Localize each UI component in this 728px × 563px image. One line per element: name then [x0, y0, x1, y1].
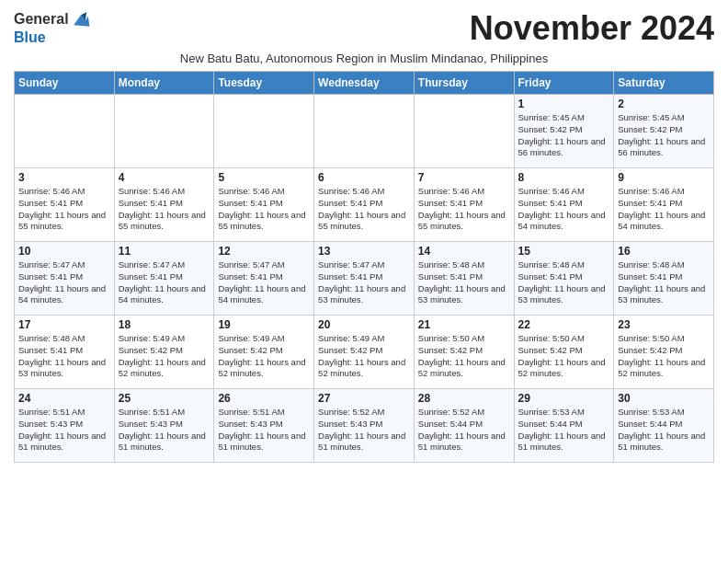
day-number: 11 — [119, 245, 210, 258]
day-number: 20 — [318, 318, 410, 331]
header-cell-sunday: Sunday — [15, 72, 115, 95]
day-cell: 11Sunrise: 5:47 AM Sunset: 5:41 PM Dayli… — [114, 242, 214, 316]
header-cell-saturday: Saturday — [614, 72, 714, 95]
week-row-5: 24Sunrise: 5:51 AM Sunset: 5:43 PM Dayli… — [15, 389, 714, 463]
day-number: 7 — [418, 171, 510, 184]
day-cell — [214, 95, 314, 168]
day-cell: 14Sunrise: 5:48 AM Sunset: 5:41 PM Dayli… — [414, 242, 514, 316]
day-number: 13 — [318, 245, 410, 258]
day-info: Sunrise: 5:50 AM Sunset: 5:42 PM Dayligh… — [618, 333, 710, 380]
day-number: 14 — [418, 245, 510, 258]
day-info: Sunrise: 5:51 AM Sunset: 5:43 PM Dayligh… — [218, 407, 310, 454]
day-cell: 2Sunrise: 5:45 AM Sunset: 5:42 PM Daylig… — [614, 95, 714, 168]
day-cell: 27Sunrise: 5:52 AM Sunset: 5:43 PM Dayli… — [314, 389, 415, 463]
day-number: 24 — [18, 392, 110, 405]
day-cell: 15Sunrise: 5:48 AM Sunset: 5:41 PM Dayli… — [514, 242, 614, 316]
week-row-1: 1Sunrise: 5:45 AM Sunset: 5:42 PM Daylig… — [15, 95, 714, 168]
calendar-header: SundayMondayTuesdayWednesdayThursdayFrid… — [15, 72, 714, 95]
day-cell: 21Sunrise: 5:50 AM Sunset: 5:42 PM Dayli… — [414, 316, 514, 389]
day-number: 2 — [618, 98, 710, 110]
day-cell: 1Sunrise: 5:45 AM Sunset: 5:42 PM Daylig… — [514, 95, 614, 168]
day-info: Sunrise: 5:49 AM Sunset: 5:42 PM Dayligh… — [218, 333, 310, 380]
day-cell: 9Sunrise: 5:46 AM Sunset: 5:41 PM Daylig… — [614, 168, 714, 242]
day-number: 5 — [218, 171, 310, 184]
day-number: 19 — [218, 318, 310, 331]
day-cell: 29Sunrise: 5:53 AM Sunset: 5:44 PM Dayli… — [514, 389, 614, 463]
day-cell: 20Sunrise: 5:49 AM Sunset: 5:42 PM Dayli… — [314, 316, 415, 389]
day-number: 22 — [518, 318, 610, 331]
day-cell — [414, 95, 514, 168]
page-header: General Blue November 2024 — [14, 9, 714, 48]
day-cell: 22Sunrise: 5:50 AM Sunset: 5:42 PM Dayli… — [514, 316, 614, 389]
day-info: Sunrise: 5:46 AM Sunset: 5:41 PM Dayligh… — [119, 186, 210, 233]
week-row-3: 10Sunrise: 5:47 AM Sunset: 5:41 PM Dayli… — [15, 242, 714, 316]
subtitle: New Batu Batu, Autonomous Region in Musl… — [14, 52, 714, 65]
day-number: 21 — [418, 318, 510, 331]
svg-marker-0 — [74, 15, 89, 27]
header-cell-monday: Monday — [114, 72, 214, 95]
day-cell: 4Sunrise: 5:46 AM Sunset: 5:41 PM Daylig… — [114, 168, 214, 242]
day-cell — [114, 95, 214, 168]
day-info: Sunrise: 5:47 AM Sunset: 5:41 PM Dayligh… — [18, 259, 110, 306]
week-row-2: 3Sunrise: 5:46 AM Sunset: 5:41 PM Daylig… — [15, 168, 714, 242]
header-cell-tuesday: Tuesday — [214, 72, 314, 95]
day-info: Sunrise: 5:48 AM Sunset: 5:41 PM Dayligh… — [418, 259, 510, 306]
day-cell: 7Sunrise: 5:46 AM Sunset: 5:41 PM Daylig… — [414, 168, 514, 242]
day-info: Sunrise: 5:49 AM Sunset: 5:42 PM Dayligh… — [119, 333, 210, 380]
day-cell: 13Sunrise: 5:47 AM Sunset: 5:41 PM Dayli… — [314, 242, 415, 316]
day-info: Sunrise: 5:46 AM Sunset: 5:41 PM Dayligh… — [18, 186, 110, 233]
day-number: 8 — [518, 171, 610, 184]
day-cell: 12Sunrise: 5:47 AM Sunset: 5:41 PM Dayli… — [214, 242, 314, 316]
calendar-table: SundayMondayTuesdayWednesdayThursdayFrid… — [14, 71, 714, 463]
day-info: Sunrise: 5:51 AM Sunset: 5:43 PM Dayligh… — [18, 407, 110, 454]
day-number: 16 — [618, 245, 710, 258]
logo-general: General — [14, 11, 69, 28]
day-info: Sunrise: 5:46 AM Sunset: 5:41 PM Dayligh… — [618, 186, 710, 233]
header-row: SundayMondayTuesdayWednesdayThursdayFrid… — [15, 72, 714, 95]
day-cell: 6Sunrise: 5:46 AM Sunset: 5:41 PM Daylig… — [314, 168, 415, 242]
day-number: 6 — [318, 171, 410, 184]
day-number: 12 — [218, 245, 310, 258]
logo: General Blue — [14, 9, 91, 46]
day-info: Sunrise: 5:46 AM Sunset: 5:41 PM Dayligh… — [318, 186, 410, 233]
header-cell-friday: Friday — [514, 72, 614, 95]
day-cell: 25Sunrise: 5:51 AM Sunset: 5:43 PM Dayli… — [114, 389, 214, 463]
day-cell: 26Sunrise: 5:51 AM Sunset: 5:43 PM Dayli… — [214, 389, 314, 463]
day-number: 4 — [119, 171, 210, 184]
day-info: Sunrise: 5:47 AM Sunset: 5:41 PM Dayligh… — [318, 259, 410, 306]
day-number: 25 — [119, 392, 210, 405]
day-info: Sunrise: 5:49 AM Sunset: 5:42 PM Dayligh… — [318, 333, 410, 380]
day-info: Sunrise: 5:45 AM Sunset: 5:42 PM Dayligh… — [618, 112, 710, 159]
day-cell: 10Sunrise: 5:47 AM Sunset: 5:41 PM Dayli… — [15, 242, 115, 316]
day-info: Sunrise: 5:50 AM Sunset: 5:42 PM Dayligh… — [518, 333, 610, 380]
day-info: Sunrise: 5:51 AM Sunset: 5:43 PM Dayligh… — [119, 407, 210, 454]
day-cell: 5Sunrise: 5:46 AM Sunset: 5:41 PM Daylig… — [214, 168, 314, 242]
day-cell: 23Sunrise: 5:50 AM Sunset: 5:42 PM Dayli… — [614, 316, 714, 389]
day-cell: 3Sunrise: 5:46 AM Sunset: 5:41 PM Daylig… — [15, 168, 115, 242]
day-number: 15 — [518, 245, 610, 258]
day-cell: 24Sunrise: 5:51 AM Sunset: 5:43 PM Dayli… — [15, 389, 115, 463]
day-cell — [15, 95, 115, 168]
day-info: Sunrise: 5:50 AM Sunset: 5:42 PM Dayligh… — [418, 333, 510, 380]
day-number: 1 — [518, 98, 610, 110]
day-info: Sunrise: 5:53 AM Sunset: 5:44 PM Dayligh… — [618, 407, 710, 454]
day-number: 10 — [18, 245, 110, 258]
logo-icon — [71, 9, 91, 29]
day-info: Sunrise: 5:46 AM Sunset: 5:41 PM Dayligh… — [518, 186, 610, 233]
day-number: 27 — [318, 392, 410, 405]
day-number: 23 — [618, 318, 710, 331]
day-cell — [314, 95, 415, 168]
day-info: Sunrise: 5:47 AM Sunset: 5:41 PM Dayligh… — [119, 259, 210, 306]
header-cell-thursday: Thursday — [414, 72, 514, 95]
day-cell: 16Sunrise: 5:48 AM Sunset: 5:41 PM Dayli… — [614, 242, 714, 316]
day-number: 9 — [618, 171, 710, 184]
day-cell: 28Sunrise: 5:52 AM Sunset: 5:44 PM Dayli… — [414, 389, 514, 463]
day-info: Sunrise: 5:48 AM Sunset: 5:41 PM Dayligh… — [18, 333, 110, 380]
day-cell: 17Sunrise: 5:48 AM Sunset: 5:41 PM Dayli… — [15, 316, 115, 389]
day-cell: 18Sunrise: 5:49 AM Sunset: 5:42 PM Dayli… — [114, 316, 214, 389]
logo-blue: Blue — [14, 29, 46, 45]
week-row-4: 17Sunrise: 5:48 AM Sunset: 5:41 PM Dayli… — [15, 316, 714, 389]
day-number: 3 — [18, 171, 110, 184]
day-number: 30 — [618, 392, 710, 405]
day-number: 29 — [518, 392, 610, 405]
